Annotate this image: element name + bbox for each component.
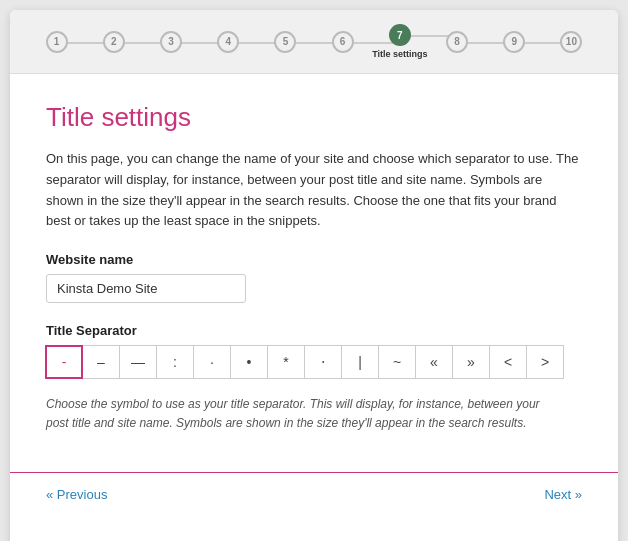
step-circle-9: 9 <box>503 31 525 53</box>
separator-label: Title Separator <box>46 323 582 338</box>
step-2: 2 <box>85 31 142 53</box>
step-circle-2: 2 <box>103 31 125 53</box>
step-8: 8 <box>428 31 485 53</box>
website-name-label: Website name <box>46 252 582 267</box>
separator-btn-middle-dot[interactable]: · <box>193 345 231 379</box>
separator-btn-angle-right[interactable]: > <box>526 345 564 379</box>
separator-note: Choose the symbol to use as your title s… <box>46 395 546 432</box>
divider <box>10 472 618 473</box>
main-content: Title settings On this page, you can cha… <box>10 74 618 452</box>
step-1: 1 <box>28 31 85 53</box>
step-circle-3: 3 <box>160 31 182 53</box>
step-10: 10 <box>543 31 600 53</box>
step-6: 6 <box>314 31 371 53</box>
separator-grid: -–—:·•*⋅|~«»<> <box>46 346 582 379</box>
step-circle-8: 8 <box>446 31 468 53</box>
step-circle-10: 10 <box>560 31 582 53</box>
next-button[interactable]: Next » <box>544 487 582 502</box>
page-title: Title settings <box>46 102 582 133</box>
separator-btn-guillemet-left[interactable]: « <box>415 345 453 379</box>
separator-section: Title Separator -–—:·•*⋅|~«»<> <box>46 323 582 379</box>
step-circle-6: 6 <box>332 31 354 53</box>
website-name-input[interactable] <box>46 274 246 303</box>
separator-btn-dash-en[interactable]: – <box>82 345 120 379</box>
separator-btn-bullet[interactable]: • <box>230 345 268 379</box>
wizard-container: 1234567Title settings8910 Title settings… <box>10 10 618 541</box>
separator-btn-angle-left[interactable]: < <box>489 345 527 379</box>
footer-nav: « Previous Next » <box>10 487 618 522</box>
separator-btn-dash-small[interactable]: - <box>45 345 83 379</box>
step-circle-5: 5 <box>274 31 296 53</box>
step-9: 9 <box>486 31 543 53</box>
step-circle-1: 1 <box>46 31 68 53</box>
step-7: 7Title settings <box>371 24 428 59</box>
separator-btn-tilde[interactable]: ~ <box>378 345 416 379</box>
progress-bar: 1234567Title settings8910 <box>10 10 618 74</box>
step-5: 5 <box>257 31 314 53</box>
step-circle-4: 4 <box>217 31 239 53</box>
separator-btn-asterisk[interactable]: * <box>267 345 305 379</box>
step-4: 4 <box>200 31 257 53</box>
step-circle-7: 7 <box>389 24 411 46</box>
step-3: 3 <box>142 31 199 53</box>
separator-btn-dot[interactable]: ⋅ <box>304 345 342 379</box>
separator-btn-colon[interactable]: : <box>156 345 194 379</box>
previous-button[interactable]: « Previous <box>46 487 107 502</box>
step-label-7: Title settings <box>372 49 427 59</box>
separator-btn-pipe[interactable]: | <box>341 345 379 379</box>
separator-btn-guillemet-right[interactable]: » <box>452 345 490 379</box>
separator-btn-dash-em[interactable]: — <box>119 345 157 379</box>
description: On this page, you can change the name of… <box>46 149 582 232</box>
